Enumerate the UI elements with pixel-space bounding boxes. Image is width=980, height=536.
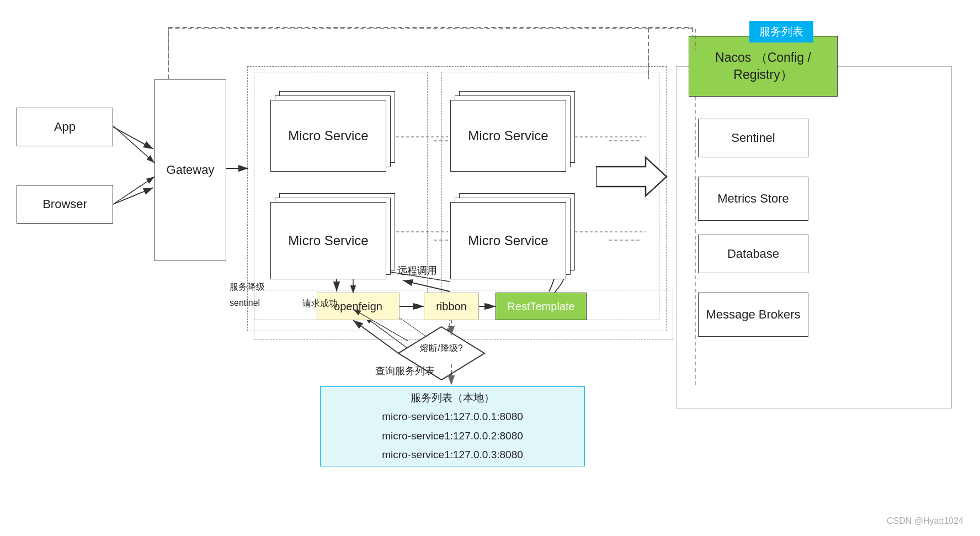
service-degrade-label: 服务降级: [230, 282, 265, 293]
resttemplate-box: RestTemplate: [496, 293, 587, 320]
sentinel-label: sentinel: [230, 298, 260, 308]
gateway-box: Gateway: [155, 79, 226, 261]
ms3-stack: Micro Service: [270, 193, 397, 279]
svg-line-3: [113, 126, 155, 163]
nacos-tag: 服务列表: [749, 21, 813, 43]
sentinel-box: Sentinel: [698, 119, 808, 157]
svg-line-30: [113, 188, 153, 204]
big-arrow: [596, 155, 668, 201]
service-list-local: 服务列表（本地）micro-service1:127.0.0.1:8080mic…: [320, 386, 585, 466]
svg-text:熔断/降级?: 熔断/降级?: [420, 343, 462, 353]
nacos-box: Nacos （Config / Registry）: [689, 36, 838, 97]
svg-line-4: [113, 177, 155, 204]
ms2-stack: Micro Service: [450, 91, 577, 168]
ms4-stack: Micro Service: [450, 193, 577, 279]
database-box: Database: [698, 235, 808, 273]
ribbon-box: ribbon: [424, 293, 479, 320]
svg-line-29: [113, 127, 153, 149]
ms1-stack: Micro Service: [270, 91, 397, 168]
message-brokers-box: Message Brokers: [698, 293, 808, 337]
query-service-label: 查询服务列表: [375, 364, 435, 378]
diagram: App Browser Gateway Micro Service Micro …: [0, 0, 980, 536]
service-list-local-label: 服务列表（本地）micro-service1:127.0.0.1:8080mic…: [382, 389, 523, 464]
browser-box: Browser: [17, 185, 113, 224]
remote-call-label: 远程调用: [397, 264, 437, 277]
app-box: App: [17, 108, 113, 146]
svg-marker-26: [596, 157, 667, 196]
request-success-label: 请求成功: [302, 298, 338, 310]
watermark: CSDN @Hyatt1024: [887, 516, 963, 526]
metrics-store-box: Metrics Store: [698, 177, 808, 221]
